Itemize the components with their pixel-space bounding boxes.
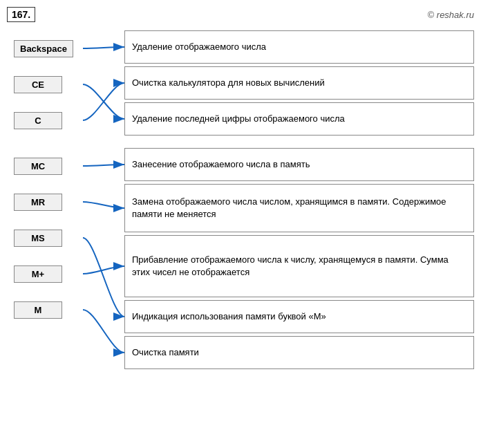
- key-c[interactable]: C: [14, 112, 62, 129]
- desc-c: Удаление последней цифры отображаемого ч…: [124, 102, 474, 136]
- desc-mplus: Индикация использования памяти буквой «М…: [124, 300, 474, 333]
- key-mplus[interactable]: M+: [14, 265, 62, 283]
- desc-ce: Очистка калькулятора для новых вычислени…: [124, 66, 474, 100]
- key-backspace[interactable]: Backspace: [14, 40, 73, 57]
- key-wrapper-m: M: [14, 292, 83, 328]
- desc-mc: Занесение отображаемого числа в память: [124, 148, 474, 181]
- problem-number: 167.: [7, 7, 35, 22]
- desc-ms: Прибавление отображаемого числа к числу,…: [124, 235, 474, 297]
- desc-backspace: Удаление отображаемого числа: [124, 30, 474, 64]
- key-m[interactable]: M: [14, 301, 62, 319]
- key-wrapper-c: C: [14, 102, 83, 138]
- watermark: © reshak.ru: [428, 10, 474, 20]
- key-wrapper-mplus: M+: [14, 256, 83, 292]
- key-mr[interactable]: MR: [14, 194, 62, 211]
- key-mc[interactable]: MC: [14, 158, 62, 175]
- key-ce[interactable]: CE: [14, 76, 62, 93]
- key-ms[interactable]: MS: [14, 230, 62, 247]
- page: 167. © reshak.ru Backspace CE C MC MR MS: [0, 0, 481, 448]
- key-wrapper-backspace: Backspace: [14, 30, 83, 66]
- right-column: Удаление отображаемого числа Очистка кал…: [124, 30, 474, 372]
- key-wrapper-ms: MS: [14, 220, 83, 256]
- desc-mr: Замена отображаемого числа числом, храня…: [124, 184, 474, 232]
- left-column: Backspace CE C MC MR MS M+ M: [14, 30, 83, 372]
- desc-m: Очистка памяти: [124, 336, 474, 369]
- key-wrapper-ce: CE: [14, 66, 83, 102]
- key-wrapper-mc: MC: [14, 148, 83, 184]
- header: 167. © reshak.ru: [7, 7, 474, 22]
- content: Backspace CE C MC MR MS M+ M: [7, 30, 474, 372]
- key-wrapper-mr: MR: [14, 184, 83, 220]
